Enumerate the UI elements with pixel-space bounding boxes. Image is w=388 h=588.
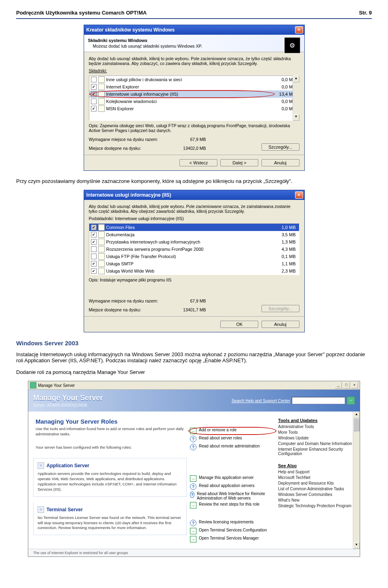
side-link[interactable]: More Tools: [278, 430, 355, 435]
side-link[interactable]: Computer and Domain Name Information: [278, 441, 355, 446]
scroll-up-icon[interactable]: ▲: [293, 76, 299, 82]
side-link[interactable]: List of Common Administrative Tasks: [278, 487, 355, 491]
link-text: Read about remote administration: [199, 444, 260, 448]
list-item[interactable]: Usługa World Wide Web 2,3 MB: [89, 267, 299, 275]
back-button[interactable]: < Wstecz: [179, 159, 217, 166]
wizard1-component-list[interactable]: Inne usługi plików i drukowania w sieci …: [89, 76, 299, 121]
list-item[interactable]: Usługa SMTP 1,1 MB: [89, 260, 299, 267]
next-button[interactable]: Dalej >: [220, 159, 258, 166]
header-right: Str. 9: [359, 10, 372, 16]
scroll-thumb[interactable]: [353, 418, 360, 431]
checkbox-icon[interactable]: [91, 261, 97, 267]
list-item[interactable]: Common Files 1,0 MB: [89, 224, 299, 231]
collapse-icon[interactable]: ☼: [38, 506, 44, 513]
close-icon[interactable]: ×: [295, 191, 303, 199]
side-link[interactable]: Internet Explorer Enhanced Security Conf…: [278, 447, 355, 456]
mys-link[interactable]: ?Read about Web Interface for Remote Adm…: [190, 491, 275, 500]
checkbox-icon[interactable]: [91, 77, 97, 82]
list-item[interactable]: Kolejkowanie wiadomości 0,0 MB: [89, 98, 299, 105]
checkbox-icon[interactable]: [91, 106, 97, 111]
mys-link-add-role[interactable]: →Add or remove a role: [190, 428, 275, 434]
space-free-label: Miejsce dostępne na dysku:: [89, 307, 174, 312]
mys-link[interactable]: ?Read about application servers: [190, 483, 275, 490]
search-go-icon[interactable]: →: [347, 397, 355, 405]
side-link[interactable]: Windows Server Communities: [278, 492, 355, 497]
collapse-icon[interactable]: ☼: [38, 462, 44, 469]
scrollbar[interactable]: ▲ ▼: [353, 412, 360, 549]
side-link[interactable]: Microsoft TechNet: [278, 475, 355, 480]
section-heading: Windows Server 2003: [16, 340, 372, 346]
paragraph-1: Przy czym pozostawiamy domyślnie zaznacz…: [16, 178, 372, 184]
item-name: Inne usługi plików i drukowania w sieci: [106, 77, 272, 82]
mys-link[interactable]: ?Read about server roles: [190, 436, 275, 442]
checkbox-icon[interactable]: [91, 225, 97, 230]
list-item[interactable]: Internet Explorer 0,0 MB: [89, 83, 299, 90]
cancel-button[interactable]: Anuluj: [261, 321, 299, 328]
scroll-down-icon[interactable]: ▼: [293, 114, 299, 121]
scroll-down-icon[interactable]: ▼: [353, 542, 360, 549]
component-icon: [98, 224, 105, 231]
list-item[interactable]: Rozszerzenia serwera programu FrontPage …: [89, 246, 299, 253]
list-item[interactable]: MSN Explorer 0,0 MB: [89, 105, 299, 112]
checkbox-icon[interactable]: [91, 254, 97, 259]
mys-roles-conf: Your server has been configured with the…: [36, 445, 184, 450]
mys-link[interactable]: →Manage this application server: [190, 475, 275, 482]
arrow-icon: →: [190, 502, 196, 508]
link-text: Add or remove a role: [199, 428, 236, 432]
side-link[interactable]: What's New: [278, 498, 355, 502]
details-button[interactable]: Szczegóły...: [261, 143, 299, 151]
checkbox-icon[interactable]: [91, 91, 97, 97]
checkbox-icon[interactable]: [91, 232, 97, 237]
mys-app-links: →Manage this application server ?Read ab…: [190, 475, 275, 508]
ok-button[interactable]: OK: [220, 321, 258, 328]
mys-link[interactable]: ?Read about remote administration: [190, 444, 275, 450]
list-item[interactable]: Przystawka internetowych usług informacy…: [89, 238, 299, 246]
space-total-val: 67,9 MB: [174, 298, 206, 303]
close-icon[interactable]: ×: [351, 382, 358, 388]
item-size: 4,3 MB: [272, 247, 297, 252]
list-item[interactable]: Inne usługi plików i drukowania w sieci …: [89, 76, 299, 83]
side-link[interactable]: Administrative Tools: [278, 424, 355, 429]
mys-titlebar: Manage Your Server _ □ ×: [28, 381, 360, 390]
mys-see-heading: See Also: [278, 463, 355, 468]
scrollbar[interactable]: ▲ ▼: [293, 76, 299, 121]
minimize-icon[interactable]: _: [335, 382, 342, 388]
item-name: Kolejkowanie wiadomości: [106, 99, 272, 104]
side-link[interactable]: Help and Support: [278, 470, 355, 474]
side-link[interactable]: Strategic Technology Protection Program: [278, 504, 355, 508]
mys-link[interactable]: →Open Terminal Services Configuration: [190, 528, 275, 534]
wizard2-component-list[interactable]: Common Files 1,0 MB Dokumentacja 3,5 MB …: [89, 223, 299, 275]
link-text: Read about application servers: [199, 483, 255, 488]
item-name: MSN Explorer: [106, 106, 272, 111]
checkbox-icon[interactable]: [91, 246, 97, 252]
checkbox-icon[interactable]: [91, 84, 97, 90]
wizard2-title: Internetowe usługi informacyjne (IIS): [86, 192, 171, 198]
maximize-icon[interactable]: □: [343, 382, 350, 388]
side-link[interactable]: Deployment and Resource Kits: [278, 481, 355, 485]
mys-link[interactable]: ?Review licensing requirements: [190, 520, 275, 526]
checkbox-icon[interactable]: [91, 99, 97, 104]
mys-app-desc: Application servers provide the core tec…: [38, 471, 182, 492]
component-icon: [98, 76, 105, 83]
item-name: Usługa FTP (File Transfer Protocol): [106, 254, 272, 259]
wizard2-dialog: Internetowe usługi informacyjne (IIS) × …: [84, 190, 305, 332]
mys-window: Manage Your Server _ □ × Manage Your Ser…: [28, 381, 360, 557]
arrow-icon: →: [190, 536, 196, 542]
mys-link[interactable]: →Open Terminal Services Manager: [190, 536, 275, 542]
item-name: Rozszerzenia serwera programu FrontPage …: [106, 247, 272, 252]
cancel-button[interactable]: Anuluj: [261, 159, 299, 166]
checkbox-icon[interactable]: [91, 268, 97, 274]
list-item[interactable]: Dokumentacja 3,5 MB: [89, 231, 299, 238]
mys-link[interactable]: →Review the next steps for this role: [190, 502, 275, 508]
space-free-val: 13401,7 MB: [174, 307, 206, 312]
side-link[interactable]: Windows Update: [278, 436, 355, 440]
list-item-selected[interactable]: Internetowe usługi informacyjne (IIS) 13…: [89, 90, 299, 98]
close-icon[interactable]: ×: [295, 26, 303, 34]
item-name: Internetowe usługi informacyjne (IIS): [106, 92, 272, 97]
space-total-label: Wymagane miejsce na dysku razem:: [89, 137, 174, 142]
checkbox-icon[interactable]: [91, 239, 97, 245]
list-item[interactable]: Usługa FTP (File Transfer Protocol) 0,1 …: [89, 253, 299, 260]
search-input[interactable]: [292, 397, 345, 404]
item-name: Przystawka internetowych usług informacy…: [106, 239, 272, 244]
scroll-up-icon[interactable]: ▲: [353, 412, 360, 418]
